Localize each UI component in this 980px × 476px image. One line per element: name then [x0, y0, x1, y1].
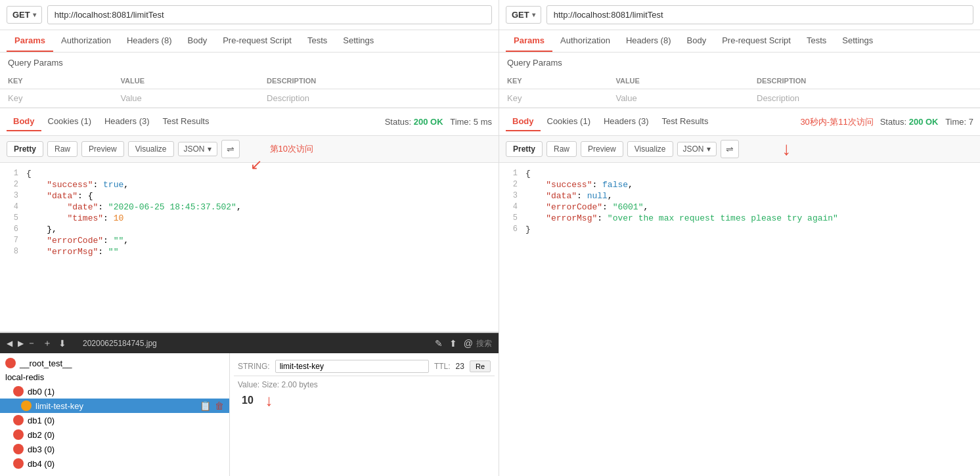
status-label: Status:: [385, 117, 414, 127]
right-col-key: KEY: [499, 73, 608, 89]
right-tab-authorization[interactable]: Authorization: [552, 30, 618, 52]
key-placeholder[interactable]: Key: [0, 89, 113, 108]
query-params-label: Query Params: [0, 53, 499, 73]
redis-icon-red: [13, 386, 24, 397]
right-col-desc: DESCRIPTION: [749, 73, 980, 89]
response-tabs: Body Cookies (1) Headers (3) Test Result…: [7, 112, 385, 131]
redis-item-limit-key[interactable]: limit-test-key 📋 🗑: [0, 399, 229, 413]
right-code-line-5: 5 "errorMsg": "over the max request time…: [499, 213, 980, 224]
redis-item-local[interactable]: local-redis: [0, 370, 229, 384]
btn-raw[interactable]: Raw: [47, 141, 78, 157]
right-tab-prerequest[interactable]: Pre-request Script: [714, 30, 799, 52]
url-input[interactable]: [47, 5, 492, 24]
right-arrow-down-icon: ↓: [782, 140, 791, 158]
filter-icon[interactable]: ⇌: [221, 140, 240, 158]
redis-item-db3[interactable]: db3 (0): [0, 442, 229, 456]
right-format-select[interactable]: JSON ▾: [677, 142, 717, 156]
tab-tests[interactable]: Tests: [300, 30, 335, 52]
right-status-info: Status: 200 OK Time: 7: [880, 117, 973, 127]
right-btn-preview[interactable]: Preview: [581, 141, 623, 157]
code-line-2: 2 "success": true,: [0, 179, 499, 190]
response-tab-headers[interactable]: Headers (3): [98, 112, 156, 131]
right-response-tabs: Body Cookies (1) Headers (3) Test Result…: [506, 112, 800, 131]
redis-detail-panel: STRING: TTL: 23 Re Value: Size: 2.00 byt…: [230, 353, 499, 476]
redis-icon-yellow: [21, 400, 32, 411]
right-tab-settings[interactable]: Settings: [834, 30, 881, 52]
right-request-tabs: Params Authorization Headers (8) Body Pr…: [499, 30, 980, 53]
redis-item-db0[interactable]: db0 (1): [0, 384, 229, 399]
tab-prerequest[interactable]: Pre-request Script: [215, 30, 300, 52]
right-tab-body[interactable]: Body: [679, 30, 715, 52]
response-bar: Body Cookies (1) Headers (3) Test Result…: [0, 108, 499, 136]
response-tab-body[interactable]: Body: [7, 112, 41, 131]
zoom-out-btn[interactable]: －: [24, 336, 39, 351]
response-tab-cookies[interactable]: Cookies (1): [41, 112, 98, 131]
response-tab-testresults[interactable]: Test Results: [156, 112, 216, 131]
download-btn[interactable]: ⬇: [55, 337, 70, 350]
format-label: JSON: [184, 144, 205, 154]
code-line-4: 4 "date": "2020-06-25 18:45:37.502",: [0, 202, 499, 213]
btn-pretty[interactable]: Pretty: [7, 141, 43, 157]
right-key-placeholder[interactable]: Key: [499, 89, 608, 108]
tab-headers[interactable]: Headers (8): [119, 30, 180, 52]
right-response-tab-body[interactable]: Body: [506, 112, 541, 131]
redis-item-label: __root_test__: [20, 358, 72, 368]
right-url-input[interactable]: [546, 5, 973, 24]
right-btn-pretty[interactable]: Pretty: [506, 141, 543, 157]
right-code-line-1: 1 {: [499, 168, 980, 179]
redis-item-db4[interactable]: db4 (0): [0, 456, 229, 471]
image-filename: 20200625184745.jpg: [83, 339, 157, 348]
refresh-btn[interactable]: Re: [470, 360, 491, 372]
request-tabs: Params Authorization Headers (8) Body Pr…: [0, 30, 499, 53]
right-filter-icon[interactable]: ⇌: [721, 140, 739, 158]
redis-item-label: local-redis: [5, 372, 44, 382]
redis-item-db2[interactable]: db2 (0): [0, 427, 229, 442]
image-bar: ◀ ▶ － ＋ ⬇ 20200625184745.jpg ✎ ⬆ @ 搜索: [0, 333, 499, 353]
redis-delete-icon[interactable]: 🗑: [215, 400, 224, 411]
right-desc-placeholder[interactable]: Description: [749, 89, 980, 108]
code-line-3: 3 "data": {: [0, 190, 499, 202]
redis-key-input[interactable]: [275, 360, 429, 373]
next-arrow-icon[interactable]: ▶: [18, 339, 24, 348]
at-icon[interactable]: @: [460, 337, 476, 350]
right-response-tab-cookies[interactable]: Cookies (1): [541, 112, 597, 131]
redis-item-label: db0 (1): [28, 387, 55, 397]
redis-item-root[interactable]: __root_test__: [0, 356, 229, 370]
tab-settings[interactable]: Settings: [335, 30, 382, 52]
value-placeholder[interactable]: Value: [113, 89, 259, 108]
tab-params[interactable]: Params: [7, 30, 53, 52]
right-btn-raw[interactable]: Raw: [546, 141, 577, 157]
redis-item-label: db1 (0): [28, 416, 55, 425]
prev-arrow-icon[interactable]: ◀: [7, 339, 12, 348]
string-bar: STRING: TTL: 23 Re: [234, 357, 495, 376]
right-tab-params[interactable]: Params: [506, 30, 552, 52]
right-annotation: 30秒内-第11次访问: [800, 116, 873, 128]
upload-icon[interactable]: ⬆: [446, 337, 460, 350]
right-query-params-label: Query Params: [499, 53, 980, 73]
zoom-in-btn[interactable]: ＋: [39, 336, 55, 351]
btn-preview[interactable]: Preview: [81, 141, 124, 157]
redis-item-db1[interactable]: db1 (0): [0, 413, 229, 427]
right-code-area: 1 { 2 "success": false, 3 "data": null, …: [499, 163, 980, 476]
right-method-select[interactable]: GET ▾: [506, 6, 541, 24]
right-tab-tests[interactable]: Tests: [799, 30, 834, 52]
left-bottom-section: ◀ ▶ － ＋ ⬇ 20200625184745.jpg ✎ ⬆ @ 搜索 __…: [0, 332, 499, 476]
right-value-placeholder[interactable]: Value: [608, 89, 749, 108]
edit-icon[interactable]: ✎: [432, 337, 446, 350]
redis-item-label: db2 (0): [28, 430, 55, 440]
redis-item-label: db3 (0): [28, 444, 55, 454]
right-btn-visualize[interactable]: Visualize: [627, 141, 673, 157]
desc-placeholder[interactable]: Description: [259, 89, 499, 108]
right-response-tab-headers[interactable]: Headers (3): [597, 112, 656, 131]
btn-visualize[interactable]: Visualize: [128, 141, 174, 157]
url-bar: GET ▾: [0, 0, 499, 30]
method-select[interactable]: GET ▾: [7, 6, 42, 24]
tab-authorization[interactable]: Authorization: [53, 30, 119, 52]
right-response-tab-testresults[interactable]: Test Results: [656, 112, 715, 131]
tab-body[interactable]: Body: [180, 30, 215, 52]
right-tab-headers[interactable]: Headers (8): [618, 30, 679, 52]
value-row: 10 ↓: [238, 391, 491, 410]
redis-copy-icon[interactable]: 📋: [200, 400, 211, 411]
image-controls: ◀ ▶: [7, 339, 24, 348]
format-select[interactable]: JSON ▾: [178, 142, 217, 156]
